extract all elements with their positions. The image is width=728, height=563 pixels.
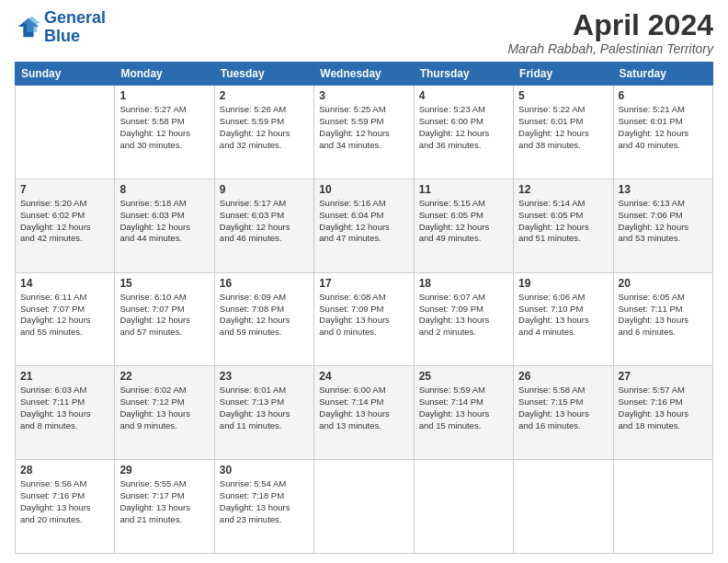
col-header-thursday: Thursday: [414, 63, 513, 86]
day-info: Sunrise: 5:55 AM Sunset: 7:17 PM Dayligh…: [119, 478, 209, 525]
week-row-3: 14Sunrise: 6:11 AM Sunset: 7:07 PM Dayli…: [16, 272, 713, 366]
calendar-cell: 22Sunrise: 6:02 AM Sunset: 7:12 PM Dayli…: [115, 366, 214, 460]
calendar-cell: 12Sunrise: 5:14 AM Sunset: 6:05 PM Dayli…: [514, 178, 613, 272]
day-info: Sunrise: 5:14 AM Sunset: 6:05 PM Dayligh…: [518, 198, 608, 245]
calendar-cell: 3Sunrise: 5:25 AM Sunset: 5:59 PM Daylig…: [314, 86, 414, 179]
calendar-cell: 25Sunrise: 5:59 AM Sunset: 7:14 PM Dayli…: [414, 366, 513, 460]
day-number: 12: [518, 183, 608, 196]
page: General Blue April 2024 Marah Rabbah, Pa…: [0, 0, 728, 563]
calendar-cell: 8Sunrise: 5:18 AM Sunset: 6:03 PM Daylig…: [115, 178, 214, 272]
day-info: Sunrise: 5:57 AM Sunset: 7:16 PM Dayligh…: [619, 385, 708, 431]
calendar-cell: 6Sunrise: 5:21 AM Sunset: 6:01 PM Daylig…: [613, 86, 712, 179]
day-number: 26: [518, 370, 608, 383]
logo-icon: [15, 15, 40, 40]
calendar-cell: 16Sunrise: 6:09 AM Sunset: 7:08 PM Dayli…: [214, 272, 313, 366]
day-number: 28: [20, 464, 109, 477]
day-number: 2: [220, 89, 309, 102]
week-row-4: 21Sunrise: 6:03 AM Sunset: 7:11 PM Dayli…: [16, 366, 713, 460]
day-info: Sunrise: 5:54 AM Sunset: 7:18 PM Dayligh…: [220, 478, 309, 525]
col-header-friday: Friday: [514, 63, 613, 86]
calendar-cell: 18Sunrise: 6:07 AM Sunset: 7:09 PM Dayli…: [414, 272, 513, 366]
col-header-tuesday: Tuesday: [214, 63, 313, 86]
day-info: Sunrise: 6:01 AM Sunset: 7:13 PM Dayligh…: [220, 385, 309, 431]
day-number: 24: [319, 370, 408, 383]
calendar-cell: 9Sunrise: 5:17 AM Sunset: 6:03 PM Daylig…: [214, 178, 313, 272]
day-number: 17: [319, 277, 408, 290]
calendar-cell: 29Sunrise: 5:55 AM Sunset: 7:17 PM Dayli…: [115, 460, 214, 554]
day-number: 25: [419, 370, 508, 383]
col-header-wednesday: Wednesday: [314, 63, 414, 86]
day-number: 30: [220, 464, 309, 477]
day-info: Sunrise: 5:16 AM Sunset: 6:04 PM Dayligh…: [319, 198, 408, 245]
day-info: Sunrise: 6:09 AM Sunset: 7:08 PM Dayligh…: [220, 292, 309, 339]
day-number: 20: [619, 277, 708, 290]
calendar-cell: 4Sunrise: 5:23 AM Sunset: 6:00 PM Daylig…: [414, 86, 513, 179]
day-info: Sunrise: 6:05 AM Sunset: 7:11 PM Dayligh…: [619, 292, 708, 339]
logo-blue: Blue: [44, 27, 80, 45]
day-number: 23: [220, 370, 309, 383]
header: General Blue April 2024 Marah Rabbah, Pa…: [15, 9, 713, 56]
calendar-cell: 19Sunrise: 6:06 AM Sunset: 7:10 PM Dayli…: [514, 272, 613, 366]
day-info: Sunrise: 6:02 AM Sunset: 7:12 PM Dayligh…: [119, 385, 209, 431]
day-number: 15: [119, 277, 209, 290]
calendar-cell: 23Sunrise: 6:01 AM Sunset: 7:13 PM Dayli…: [214, 366, 313, 460]
calendar-cell: 7Sunrise: 5:20 AM Sunset: 6:02 PM Daylig…: [16, 178, 115, 272]
calendar-cell: 13Sunrise: 6:13 AM Sunset: 7:06 PM Dayli…: [613, 178, 712, 272]
day-info: Sunrise: 5:56 AM Sunset: 7:16 PM Dayligh…: [20, 478, 109, 525]
day-number: 16: [220, 277, 309, 290]
day-number: 1: [119, 89, 209, 102]
day-info: Sunrise: 5:23 AM Sunset: 6:00 PM Dayligh…: [419, 104, 508, 151]
calendar-cell: 1Sunrise: 5:27 AM Sunset: 5:58 PM Daylig…: [115, 86, 214, 179]
day-number: 11: [419, 183, 508, 196]
day-info: Sunrise: 6:13 AM Sunset: 7:06 PM Dayligh…: [619, 198, 708, 245]
calendar-cell: 2Sunrise: 5:26 AM Sunset: 5:59 PM Daylig…: [214, 86, 313, 179]
day-number: 9: [220, 183, 309, 196]
calendar-cell: 14Sunrise: 6:11 AM Sunset: 7:07 PM Dayli…: [16, 272, 115, 366]
col-header-monday: Monday: [115, 63, 214, 86]
week-row-2: 7Sunrise: 5:20 AM Sunset: 6:02 PM Daylig…: [16, 178, 713, 272]
day-info: Sunrise: 5:58 AM Sunset: 7:15 PM Dayligh…: [518, 385, 608, 431]
day-number: 6: [619, 89, 708, 102]
day-number: 13: [619, 183, 708, 196]
calendar-cell: 15Sunrise: 6:10 AM Sunset: 7:07 PM Dayli…: [115, 272, 214, 366]
day-info: Sunrise: 5:15 AM Sunset: 6:05 PM Dayligh…: [419, 198, 508, 245]
day-number: 18: [419, 277, 508, 290]
day-number: 27: [619, 370, 708, 383]
calendar-cell: 17Sunrise: 6:08 AM Sunset: 7:09 PM Dayli…: [314, 272, 414, 366]
month-title: April 2024: [507, 9, 713, 41]
day-info: Sunrise: 5:27 AM Sunset: 5:58 PM Dayligh…: [119, 104, 209, 151]
day-number: 29: [119, 464, 209, 477]
header-right: April 2024 Marah Rabbah, Palestinian Ter…: [507, 9, 713, 56]
calendar-cell: 30Sunrise: 5:54 AM Sunset: 7:18 PM Dayli…: [214, 460, 313, 554]
day-info: Sunrise: 5:18 AM Sunset: 6:03 PM Dayligh…: [119, 198, 209, 245]
calendar-cell: [16, 86, 115, 179]
day-number: 22: [119, 370, 209, 383]
col-header-sunday: Sunday: [16, 63, 115, 86]
day-info: Sunrise: 6:10 AM Sunset: 7:07 PM Dayligh…: [119, 292, 209, 339]
calendar-cell: 27Sunrise: 5:57 AM Sunset: 7:16 PM Dayli…: [613, 366, 712, 460]
calendar-cell: 24Sunrise: 6:00 AM Sunset: 7:14 PM Dayli…: [314, 366, 414, 460]
calendar-cell: 20Sunrise: 6:05 AM Sunset: 7:11 PM Dayli…: [613, 272, 712, 366]
day-number: 21: [20, 370, 109, 383]
day-info: Sunrise: 5:17 AM Sunset: 6:03 PM Dayligh…: [220, 198, 309, 245]
day-info: Sunrise: 5:22 AM Sunset: 6:01 PM Dayligh…: [518, 104, 608, 151]
day-number: 8: [119, 183, 209, 196]
week-row-1: 1Sunrise: 5:27 AM Sunset: 5:58 PM Daylig…: [16, 86, 713, 179]
day-number: 5: [518, 89, 608, 102]
calendar-cell: [613, 460, 712, 554]
day-info: Sunrise: 6:03 AM Sunset: 7:11 PM Dayligh…: [20, 385, 109, 431]
calendar-cell: 5Sunrise: 5:22 AM Sunset: 6:01 PM Daylig…: [514, 86, 613, 179]
day-info: Sunrise: 5:20 AM Sunset: 6:02 PM Dayligh…: [20, 198, 109, 245]
col-header-saturday: Saturday: [613, 63, 712, 86]
logo: General Blue: [15, 9, 106, 46]
calendar-cell: 10Sunrise: 5:16 AM Sunset: 6:04 PM Dayli…: [314, 178, 414, 272]
day-number: 19: [518, 277, 608, 290]
day-info: Sunrise: 6:06 AM Sunset: 7:10 PM Dayligh…: [518, 292, 608, 339]
calendar-cell: [314, 460, 414, 554]
calendar-cell: [514, 460, 613, 554]
calendar-header-row: SundayMondayTuesdayWednesdayThursdayFrid…: [16, 63, 713, 86]
logo-general: General: [44, 8, 106, 27]
logo-text: General Blue: [44, 9, 106, 46]
calendar-cell: 28Sunrise: 5:56 AM Sunset: 7:16 PM Dayli…: [16, 460, 115, 554]
day-number: 3: [319, 89, 408, 102]
